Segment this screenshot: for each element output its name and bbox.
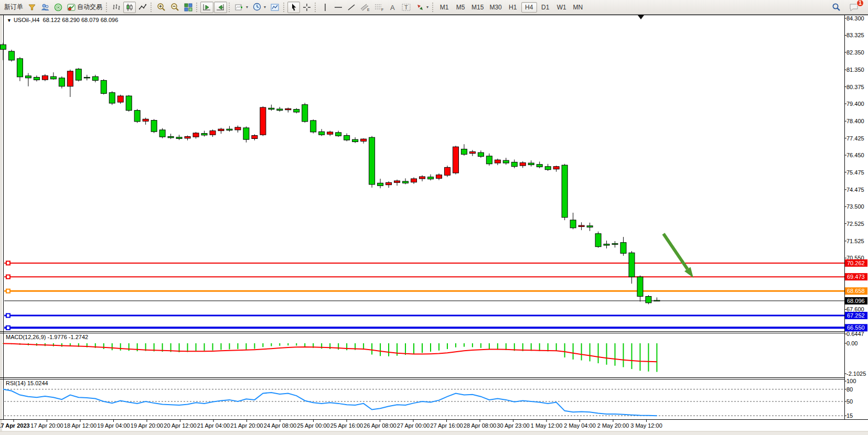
- window-left-edge: [0, 0, 2, 435]
- periods-button[interactable]: ▾: [251, 2, 268, 13]
- price-axis-label: 79.400: [846, 101, 864, 107]
- level-drag-handle[interactable]: [6, 261, 10, 265]
- candle: [92, 77, 98, 80]
- zoom-out-button[interactable]: [168, 2, 181, 13]
- candle: [453, 147, 458, 173]
- bar-chart-button[interactable]: [110, 2, 123, 13]
- price-axis-label: 72.525: [846, 221, 864, 227]
- zoom-in-button[interactable]: [155, 2, 168, 13]
- bar-chart-icon: [112, 3, 121, 12]
- toolbar-grip[interactable]: [432, 3, 435, 12]
- candle: [420, 177, 425, 179]
- candle: [185, 137, 190, 138]
- fibonacci-tool-button[interactable]: F: [372, 2, 386, 13]
- chevron-down-icon[interactable]: ▼: [7, 18, 12, 23]
- toolbar-grip[interactable]: [151, 3, 153, 12]
- candle: [352, 139, 358, 142]
- price-badge-label: 70.262: [847, 260, 865, 266]
- candle: [503, 160, 509, 163]
- candle: [285, 108, 291, 110]
- timeframe-m15-button[interactable]: M15: [469, 2, 486, 13]
- autotrading-button[interactable]: 自动交易: [65, 2, 104, 13]
- candle: [327, 132, 333, 134]
- time-axis-label: 27 Apr 16:00: [430, 422, 463, 429]
- candle: [612, 244, 618, 245]
- candle: [126, 96, 132, 111]
- candle: [227, 129, 232, 130]
- level-drag-handle[interactable]: [6, 314, 10, 318]
- level-drag-handle[interactable]: [6, 289, 10, 293]
- candle: [159, 130, 165, 137]
- candle: [25, 76, 31, 78]
- candle-chart-icon: [125, 3, 134, 12]
- candle: [403, 181, 409, 183]
- rsi-axis-label: 15: [846, 412, 853, 419]
- vertical-line-tool-button[interactable]: [319, 2, 331, 13]
- window-bottom-edge: [0, 431, 868, 435]
- chat-button[interactable]: 1: [847, 2, 861, 13]
- trendline-tool-button[interactable]: [345, 2, 358, 13]
- svg-text:T: T: [404, 4, 408, 10]
- candle: [201, 134, 207, 135]
- candle: [176, 137, 182, 139]
- candle: [8, 51, 14, 60]
- candle-chart-button[interactable]: [123, 2, 136, 13]
- candle: [654, 300, 660, 301]
- tile-windows-button[interactable]: [182, 2, 195, 13]
- price-axis-label: 67.600: [846, 306, 864, 312]
- level-drag-handle[interactable]: [6, 275, 10, 279]
- candle: [511, 162, 517, 166]
- time-axis-label: 30 Apr 23:00: [497, 422, 529, 429]
- timeframe-h1-button[interactable]: H1: [505, 2, 521, 13]
- candle: [394, 181, 400, 182]
- crosshair-button[interactable]: [301, 2, 313, 13]
- time-axis-label: 28 Apr 08:00: [464, 422, 496, 429]
- chart-canvas[interactable]: 84.30083.32582.35081.35080.37579.40078.4…: [0, 0, 868, 435]
- toolbar-grip[interactable]: [196, 3, 199, 12]
- toolbar-grip[interactable]: [283, 3, 286, 12]
- candle: [495, 160, 500, 163]
- candle: [553, 167, 559, 169]
- search-button[interactable]: [830, 2, 843, 13]
- navigator-button[interactable]: [52, 2, 65, 13]
- new-order-button[interactable]: 新订单: [2, 2, 25, 13]
- line-chart-button[interactable]: [136, 2, 149, 13]
- chevron-down-icon: ▾: [264, 5, 266, 9]
- candle: [302, 105, 308, 122]
- candle: [369, 137, 375, 184]
- timeframe-mn-button[interactable]: MN: [570, 2, 586, 13]
- time-axis-label: 20 Apr 12:00: [164, 422, 196, 429]
- macd-indicator-label: MACD(12,26,9) -1.9776 -1.2742: [6, 334, 88, 340]
- level-drag-handle[interactable]: [6, 326, 10, 330]
- chart-autoscroll-button[interactable]: [214, 2, 227, 13]
- channel-tool-button[interactable]: E: [358, 2, 372, 13]
- timeframe-w1-button[interactable]: W1: [554, 2, 570, 13]
- indicators-button[interactable]: ▾: [233, 2, 250, 13]
- arrows-tool-button[interactable]: ▾: [414, 2, 431, 13]
- market-watch-button[interactable]: [26, 2, 38, 13]
- text-tool-button[interactable]: A: [387, 2, 399, 13]
- price-axis-label: 84.300: [846, 15, 864, 21]
- candle: [427, 177, 433, 179]
- timeframe-m30-button[interactable]: M30: [487, 2, 504, 13]
- text-label-tool-button[interactable]: T: [400, 2, 413, 13]
- timeframe-m1-button[interactable]: M1: [436, 2, 452, 13]
- chart-title: ▼USOil-,H4 68.122 68.290 68.079 68.096: [7, 17, 118, 23]
- toolbar-grip[interactable]: [315, 3, 317, 12]
- price-badge-label: 68.658: [847, 288, 865, 294]
- candle: [587, 226, 593, 227]
- timeframe-h4-button[interactable]: H4: [521, 2, 537, 13]
- horizontal-line-tool-button[interactable]: [332, 2, 345, 13]
- price-axis-label: 75.475: [846, 169, 864, 176]
- timeframe-m5-button[interactable]: M5: [453, 2, 468, 13]
- cursor-button[interactable]: [287, 2, 300, 13]
- data-window-button[interactable]: [39, 2, 51, 13]
- timeframe-d1-button[interactable]: D1: [538, 2, 553, 13]
- chart-shift-button[interactable]: [200, 2, 213, 13]
- macd-axis-label: -2.1025: [846, 371, 866, 377]
- toolbar-grip[interactable]: [229, 3, 231, 12]
- toolbar-grip[interactable]: [106, 3, 109, 12]
- price-axis-label: 71.525: [846, 238, 864, 244]
- templates-button[interactable]: [269, 2, 282, 13]
- cursor-arrow-icon: [290, 3, 298, 12]
